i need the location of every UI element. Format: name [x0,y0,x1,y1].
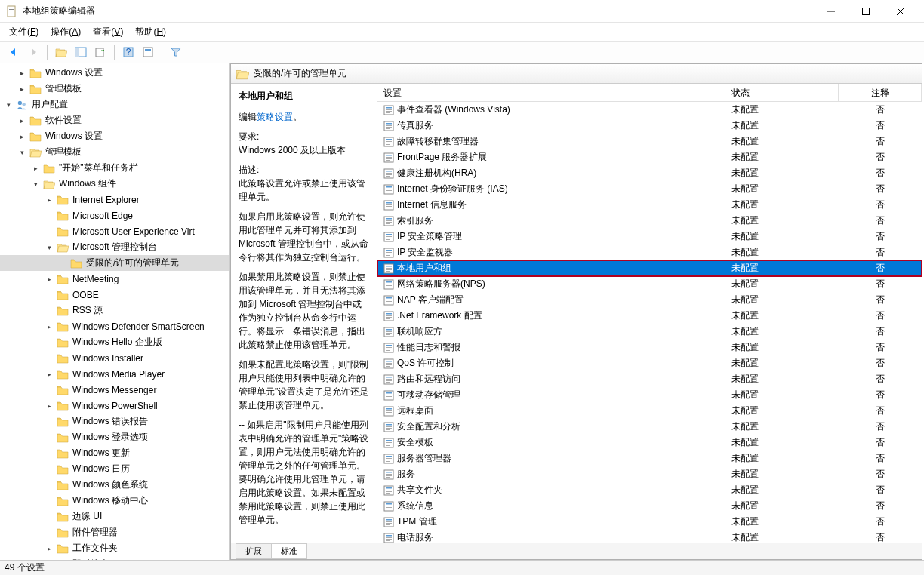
list-row[interactable]: Internet 信息服务未配置否 [377,197,922,213]
tab-standard[interactable]: 标准 [271,543,307,559]
col-comment[interactable]: 注释 [839,84,922,101]
close-button[interactable] [883,0,918,23]
expand-icon[interactable] [17,149,27,156]
tree-node[interactable]: Microsoft 管理控制台 [0,239,229,255]
list-row[interactable]: NAP 客户端配置未配置否 [377,292,922,308]
tree-node[interactable]: Windows 颜色系统 [0,477,229,493]
tree-node[interactable]: 软件设置 [0,112,229,128]
tree-node[interactable]: 管理模板 [0,81,229,97]
list-row[interactable]: 索引服务未配置否 [377,213,922,229]
list-row[interactable]: 安全配置和分析未配置否 [377,419,922,435]
expand-icon[interactable] [17,69,27,77]
tree-node[interactable]: Windows Defender SmartScreen [0,318,229,334]
list-row[interactable]: 服务器管理器未配置否 [377,450,922,466]
list-row[interactable]: 共享文件夹未配置否 [377,482,922,498]
forward-button[interactable] [24,43,42,61]
list-row[interactable]: 健康注册机构(HRA)未配置否 [377,165,922,181]
tree-node[interactable]: 即时搜索 [0,556,229,560]
tree-node[interactable]: Windows 日历 [0,461,229,477]
tree-node[interactable]: 管理模板 [0,144,229,160]
menu-help[interactable]: 帮助(H) [131,24,171,40]
col-setting[interactable]: 设置 [377,84,725,101]
list-row[interactable]: 服务未配置否 [377,466,922,482]
menu-view[interactable]: 查看(V) [88,24,128,40]
expand-icon[interactable] [17,117,27,125]
tree-node[interactable]: Windows Messenger [0,382,229,398]
list-row[interactable]: 系统信息未配置否 [377,498,922,514]
list-row[interactable]: 故障转移群集管理器未配置否 [377,134,922,149]
tree-node[interactable]: 工作文件夹 [0,540,229,556]
tree-node[interactable]: Windows 移动中心 [0,493,229,509]
expand-icon[interactable] [44,323,54,331]
export-button[interactable] [91,43,109,61]
list-row[interactable]: 本地用户和组未配置否 [377,260,922,276]
list-row[interactable]: 联机响应方未配置否 [377,324,922,340]
edit-policy-link[interactable]: 策略设置 [257,112,293,122]
list-row[interactable]: FrontPage 服务器扩展未配置否 [377,149,922,165]
properties-button[interactable] [139,43,157,61]
list-row[interactable]: 可移动存储管理未配置否 [377,387,922,403]
tree-label: Windows 更新 [71,447,131,460]
expand-icon[interactable] [44,402,54,410]
tree-node[interactable]: 边缘 UI [0,509,229,524]
maximize-button[interactable] [849,0,883,23]
tree-node[interactable]: Microsoft Edge [0,208,229,223]
list-row[interactable]: .Net Framework 配置未配置否 [377,308,922,324]
back-button[interactable] [5,43,23,61]
expand-icon[interactable] [44,371,54,378]
list-row[interactable]: Internet 身份验证服务 (IAS)未配置否 [377,181,922,197]
expand-icon[interactable] [30,165,41,172]
tab-extended[interactable]: 扩展 [236,543,272,559]
expand-icon[interactable] [44,196,54,204]
list-row[interactable]: TPM 管理未配置否 [377,514,922,530]
tree-pane[interactable]: Windows 设置管理模板用户配置软件设置Windows 设置管理模板"开始"… [0,63,230,560]
list-row[interactable]: 远程桌面未配置否 [377,403,922,419]
expand-icon[interactable] [44,244,54,251]
list-row[interactable]: 传真服务未配置否 [377,118,922,134]
help-button[interactable]: ? [119,43,137,61]
filter-button[interactable] [167,43,185,61]
expand-icon[interactable] [30,180,41,188]
tree-node[interactable]: Internet Explorer [0,192,229,208]
expand-icon[interactable] [3,101,14,109]
column-header[interactable]: 设置 状态 注释 [377,84,922,102]
list-row[interactable]: 性能日志和警报未配置否 [377,340,922,355]
up-button[interactable] [52,43,70,61]
tree-node[interactable]: NetMeeting [0,271,229,287]
list-row[interactable]: 安全模板未配置否 [377,435,922,450]
expand-icon[interactable] [17,133,27,140]
expand-icon[interactable] [17,85,27,93]
list-row[interactable]: 路由和远程访问未配置否 [377,371,922,387]
col-status[interactable]: 状态 [725,84,839,101]
expand-icon[interactable] [44,275,54,283]
tree-node[interactable]: Windows 设置 [0,65,229,81]
setting-name: 联机响应方 [397,325,442,338]
tree-node[interactable]: Windows 设置 [0,128,229,144]
list-row[interactable]: IP 安全监视器未配置否 [377,244,922,260]
tree-node[interactable]: OOBE [0,287,229,303]
tree-node[interactable]: 受限的/许可的管理单元 [0,255,229,271]
list-row[interactable]: 网络策略服务器(NPS)未配置否 [377,276,922,292]
tree-node[interactable]: "开始"菜单和任务栏 [0,160,229,176]
tree-node[interactable]: Microsoft User Experience Virt [0,223,229,239]
show-hide-tree-button[interactable] [72,43,90,61]
tree-node[interactable]: Windows Installer [0,350,229,366]
tree-node[interactable]: 用户配置 [0,97,229,112]
expand-icon[interactable] [44,545,54,552]
tree-node[interactable]: Windows 登录选项 [0,429,229,445]
list-row[interactable]: 电话服务未配置否 [377,530,922,543]
minimize-button[interactable] [814,0,849,23]
list-row[interactable]: 事件查看器 (Windows Vista)未配置否 [377,102,922,118]
tree-node[interactable]: Windows Media Player [0,366,229,382]
tree-node[interactable]: Windows 错误报告 [0,414,229,429]
menu-file[interactable]: 文件(F) [5,24,43,40]
list-row[interactable]: QoS 许可控制未配置否 [377,355,922,371]
tree-node[interactable]: Windows 组件 [0,176,229,192]
tree-node[interactable]: RSS 源 [0,303,229,318]
tree-node[interactable]: 附件管理器 [0,524,229,540]
tree-node[interactable]: Windows Hello 企业版 [0,334,229,350]
tree-node[interactable]: Windows 更新 [0,445,229,461]
list-row[interactable]: IP 安全策略管理未配置否 [377,229,922,244]
menu-action[interactable]: 操作(A) [46,24,85,40]
tree-node[interactable]: Windows PowerShell [0,398,229,414]
